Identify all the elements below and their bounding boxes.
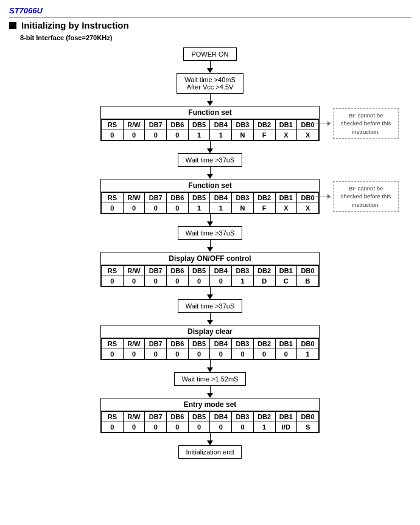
disp-val-db1: C	[275, 276, 297, 287]
ems-val-rs: 0	[102, 422, 124, 433]
section-title-text: Initializing by Instruction	[21, 20, 129, 30]
fs2-th-rw: R/W	[123, 193, 145, 203]
fs1-th-db5: DB5	[188, 120, 210, 130]
fs2-th-db3: DB3	[232, 193, 254, 203]
dc-th-rw: R/W	[123, 339, 145, 349]
fs2-th-db7: DB7	[145, 193, 167, 203]
disp-val-rw: 0	[123, 276, 145, 287]
disp-th-db1: DB1	[275, 266, 297, 276]
fs1-val-rs: 0	[102, 130, 124, 141]
fs2-val-db2: F	[253, 203, 275, 214]
wait5-box: Wait time >1.52mS	[174, 372, 247, 386]
disp-th-db4: DB4	[210, 266, 232, 276]
ems-block: Entry mode set RS R/W DB7 DB6 DB5 DB4 DB…	[100, 398, 320, 433]
dc-th-db4: DB4	[210, 339, 232, 349]
fs2-header-row: RS R/W DB7 DB6 DB5 DB4 DB3 DB2 DB1 DB0	[102, 193, 319, 203]
arrow5	[207, 214, 213, 226]
disp-val-db7: 0	[145, 276, 167, 287]
fs2-val-db1: X	[275, 203, 297, 214]
ems-val-db7: 0	[145, 422, 167, 433]
fs1-th-db3: DB3	[232, 120, 254, 130]
ems-th-db5: DB5	[188, 412, 210, 422]
wait3-box: Wait time >37uS	[178, 226, 243, 240]
dc-title: Display clear	[101, 325, 319, 338]
disp-val-rs: 0	[102, 276, 124, 287]
dc-val-db1: 0	[275, 349, 297, 360]
fs1-dashed-line	[306, 123, 331, 123]
fs1-val-db5: 1	[188, 130, 210, 141]
disp-th-rs: RS	[102, 266, 124, 276]
dc-th-db1: DB1	[275, 339, 297, 349]
disp-val-db6: 0	[167, 276, 189, 287]
fs2-table: RS R/W DB7 DB6 DB5 DB4 DB3 DB2 DB1 DB0 0…	[101, 192, 319, 214]
disp-th-db6: DB6	[167, 266, 189, 276]
arrow6	[207, 240, 213, 252]
ems-th-db3: DB3	[232, 412, 254, 422]
ems-val-db5: 0	[188, 422, 210, 433]
fs1-val-db1: X	[275, 130, 297, 141]
arrow8	[207, 313, 213, 325]
fs1-th-db2: DB2	[253, 120, 275, 130]
fs1-val-rw: 0	[123, 130, 145, 141]
fs1-note: BF cannot be checked before this instruc…	[333, 108, 399, 139]
disp-val-db3: 1	[232, 276, 254, 287]
disp-val-db4: 0	[210, 276, 232, 287]
sub-header: 8-bit Interface (fosc=270KHz)	[20, 34, 411, 41]
fs1-val-db7: 0	[145, 130, 167, 141]
disp-th-db3: DB3	[232, 266, 254, 276]
wait1-line1: Wait time >40mS	[184, 76, 236, 83]
dc-val-db7: 0	[145, 349, 167, 360]
fs1-val-db4: 1	[210, 130, 232, 141]
dc-th-db0: DB0	[297, 339, 319, 349]
disp-row: Display ON/OFF control RS R/W DB7 DB6 DB…	[9, 252, 411, 287]
disp-th-db0: DB0	[297, 266, 319, 276]
fs1-block: Function set RS R/W DB7 DB6 DB5 DB4 DB3 …	[100, 106, 320, 141]
ems-val-db1: I/D	[275, 422, 297, 433]
dc-row: Display clear RS R/W DB7 DB6 DB5 DB4 DB3…	[9, 325, 411, 360]
fs1-th-db4: DB4	[210, 120, 232, 130]
ems-title: Entry mode set	[101, 398, 319, 411]
ems-th-db2: DB2	[253, 412, 275, 422]
dc-th-db7: DB7	[145, 339, 167, 349]
disp-th-rw: R/W	[123, 266, 145, 276]
disp-header-row: RS R/W DB7 DB6 DB5 DB4 DB3 DB2 DB1 DB0	[102, 266, 319, 276]
fs1-val-db2: F	[253, 130, 275, 141]
fs2-th-db4: DB4	[210, 193, 232, 203]
dc-th-db6: DB6	[167, 339, 189, 349]
ems-value-row: 0 0 0 0 0 0 0 1 I/D S	[102, 422, 319, 433]
ems-th-db1: DB1	[275, 412, 297, 422]
ems-val-rw: 0	[123, 422, 145, 433]
disp-block: Display ON/OFF control RS R/W DB7 DB6 DB…	[100, 252, 320, 287]
arrow1	[207, 61, 213, 73]
fs1-th-db1: DB1	[275, 120, 297, 130]
fs1-header-row: RS R/W DB7 DB6 DB5 DB4 DB3 DB2 DB1 DB0	[102, 120, 319, 130]
disp-title: Display ON/OFF control	[101, 252, 319, 265]
dc-block: Display clear RS R/W DB7 DB6 DB5 DB4 DB3…	[100, 325, 320, 360]
ems-header-row: RS R/W DB7 DB6 DB5 DB4 DB3 DB2 DB1 DB0	[102, 412, 319, 422]
dc-th-db3: DB3	[232, 339, 254, 349]
fs2-val-rw: 0	[123, 203, 145, 214]
fs2-val-db3: N	[232, 203, 254, 214]
fs2-th-db5: DB5	[188, 193, 210, 203]
fs2-val-db4: 1	[210, 203, 232, 214]
ems-th-db4: DB4	[210, 412, 232, 422]
ems-val-db3: 0	[232, 422, 254, 433]
page-title: ST7066U	[9, 6, 411, 18]
dc-th-db5: DB5	[188, 339, 210, 349]
ems-val-db0: S	[297, 422, 319, 433]
arrow3	[207, 141, 213, 153]
ems-th-db6: DB6	[167, 412, 189, 422]
fs1-row: Function set RS R/W DB7 DB6 DB5 DB4 DB3 …	[9, 106, 411, 141]
wait2-box: Wait time >37uS	[178, 153, 243, 167]
ems-th-rw: R/W	[123, 412, 145, 422]
fs1-val-db3: N	[232, 130, 254, 141]
fs2-row: Function set RS R/W DB7 DB6 DB5 DB4 DB3 …	[9, 179, 411, 214]
ems-row: Entry mode set RS R/W DB7 DB6 DB5 DB4 DB…	[9, 398, 411, 433]
disp-th-db2: DB2	[253, 266, 275, 276]
fs2-val-db5: 1	[188, 203, 210, 214]
ems-val-db6: 0	[167, 422, 189, 433]
fs1-th-rs: RS	[102, 120, 124, 130]
arrow7	[207, 287, 213, 299]
ems-val-db2: 1	[253, 422, 275, 433]
wait4-box: Wait time >37uS	[178, 299, 243, 313]
